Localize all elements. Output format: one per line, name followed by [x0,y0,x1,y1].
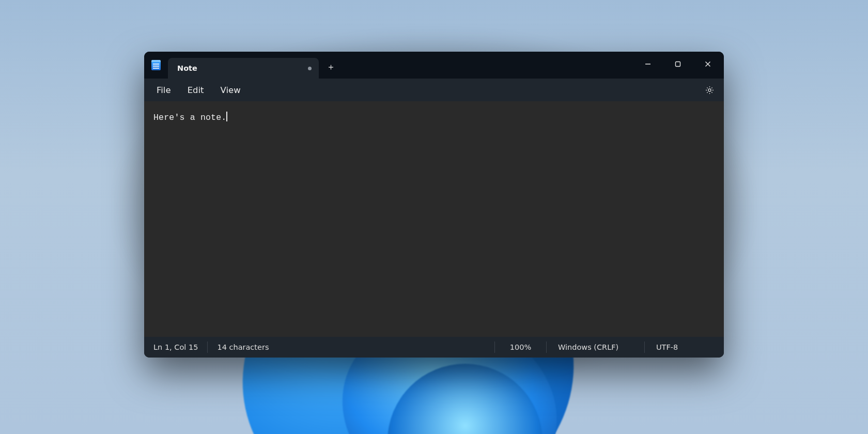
minimize-icon [645,61,651,67]
status-char-count: 14 characters [207,342,278,353]
close-button[interactable] [693,54,723,74]
titlebar[interactable]: Note ＋ [144,52,724,79]
gear-icon [705,85,715,95]
plus-icon: ＋ [327,61,335,73]
status-line-ending[interactable]: Windows (CRLF) [546,342,644,353]
app-icon [144,52,168,79]
maximize-icon [675,61,681,67]
window-controls [633,52,724,79]
text-editor[interactable]: Here's a note. [144,101,724,337]
menu-file[interactable]: File [148,81,179,99]
tabstrip: Note ＋ [168,52,343,79]
status-zoom[interactable]: 100% [494,342,546,353]
svg-point-4 [708,88,710,91]
text-caret [226,112,227,121]
menubar: File Edit View [144,79,724,101]
titlebar-drag-region[interactable] [343,52,633,79]
tab-title: Note [177,64,197,72]
editor-content: Here's a note. [153,113,226,122]
menu-view[interactable]: View [212,81,249,99]
unsaved-dot-icon [308,67,312,70]
maximize-button[interactable] [663,54,693,74]
settings-button[interactable] [699,81,720,99]
notepad-icon [151,60,161,70]
close-icon [705,61,711,67]
statusbar: Ln 1, Col 15 14 characters 100% Windows … [144,337,724,358]
tab-note[interactable]: Note [168,58,319,79]
status-encoding[interactable]: UTF-8 [644,342,717,353]
new-tab-button[interactable]: ＋ [319,55,343,79]
svg-rect-1 [676,62,680,67]
notepad-window: Note ＋ File Edit View [144,52,724,358]
minimize-button[interactable] [633,54,663,74]
menu-edit[interactable]: Edit [179,81,212,99]
status-cursor-position[interactable]: Ln 1, Col 15 [151,342,207,353]
